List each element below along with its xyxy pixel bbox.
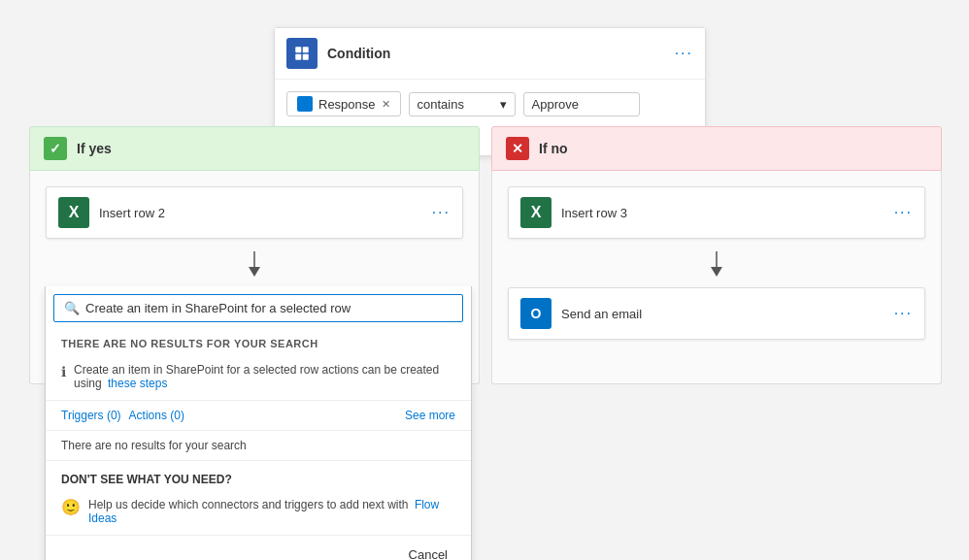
svg-marker-5 [249,267,260,277]
response-tag-label: Response [318,97,376,112]
these-steps-link[interactable]: these steps [108,377,167,390]
arrow-down-no [508,250,925,280]
condition-icon [286,38,317,69]
see-more-link[interactable]: See more [405,409,455,422]
tab-actions[interactable]: Actions (0) [129,409,184,422]
send-email-block: O Send an email ··· [508,287,925,340]
outlook-icon: O [520,298,551,329]
search-bar[interactable]: 🔍 [53,294,463,322]
insert-row-2-label: Insert row 2 [99,206,432,220]
condition-title: Condition [327,46,675,61]
cancel-button[interactable]: Cancel [401,544,455,560]
tabs-row: Triggers (0) Actions (0) See more [46,401,471,431]
branch-no-icon: ✕ [506,137,529,160]
condition-body: Response ✕ contains ▾ Approve [275,80,705,128]
info-row: ℹ Create an item in SharePoint for a sel… [46,357,471,401]
condition-three-dots[interactable]: ··· [675,45,693,62]
insert-row-3-block: X Insert row 3 ··· [508,186,925,239]
dropdown-chevron: ▾ [500,97,507,112]
flow-ideas-row: 🙂 Help us decide which connectors and tr… [46,494,471,535]
outlook-letter: O [531,306,542,321]
search-panel: 🔍 THERE ARE NO RESULTS FOR YOUR SEARCH ℹ… [45,286,472,560]
response-tag-close[interactable]: ✕ [382,98,390,111]
branch-yes-label: If yes [77,141,112,156]
insert-row-3-dots[interactable]: ··· [894,204,913,221]
info-text: Create an item in SharePoint for a selec… [74,363,455,390]
flow-ideas-text-content: Help us decide which connectors and trig… [88,498,409,511]
excel-letter-no: X [531,204,542,221]
search-icon: 🔍 [64,301,80,315]
send-email-dots[interactable]: ··· [894,305,913,322]
svg-rect-0 [295,47,301,52]
condition-header: Condition ··· [275,28,705,80]
insert-row-2-block: X Insert row 2 ··· [46,186,463,239]
branch-no-header: ✕ If no [491,126,942,171]
tab-triggers[interactable]: Triggers (0) [61,409,121,422]
search-input[interactable] [85,301,452,315]
contains-label: contains [418,97,464,112]
excel-icon-yes: X [58,197,89,228]
svg-marker-11 [711,267,722,277]
insert-row-3-label: Insert row 3 [561,206,894,220]
branch-yes-icon: ✓ [44,137,67,160]
svg-rect-1 [303,47,309,52]
approve-input[interactable]: Approve [523,92,640,116]
no-results-text: There are no results for your search [46,431,471,461]
smiley-icon: 🙂 [61,498,81,516]
send-email-label: Send an email [561,307,894,321]
response-tag: Response ✕ [286,91,401,116]
flow-ideas-text: Help us decide which connectors and trig… [88,498,455,525]
condition-svg-icon [293,45,311,62]
response-tag-icon [297,96,313,112]
branch-no-content: X Insert row 3 ··· O [491,171,942,384]
branch-no-label: If no [539,141,568,156]
excel-icon-no: X [520,197,551,228]
excel-letter: X [69,204,80,221]
info-icon: ℹ [61,364,66,379]
arrow-down-no-svg [707,251,726,279]
svg-rect-3 [303,54,309,60]
arrow-down-svg [245,251,264,279]
arrow-down-yes [46,250,463,280]
cancel-bar: Cancel [46,535,471,560]
canvas: Condition ··· Response ✕ contains ▾ Appr… [0,0,969,560]
insert-row-2-dots[interactable]: ··· [432,204,451,221]
contains-dropdown[interactable]: contains ▾ [409,92,516,116]
branch-no: ✕ If no X Insert row 3 ··· [491,126,942,384]
svg-rect-2 [295,54,301,60]
dont-see-header: DON'T SEE WHAT YOU NEED? [46,461,471,494]
branch-yes-header: ✓ If yes [29,126,480,171]
no-results-header: THERE ARE NO RESULTS FOR YOUR SEARCH [46,330,471,357]
